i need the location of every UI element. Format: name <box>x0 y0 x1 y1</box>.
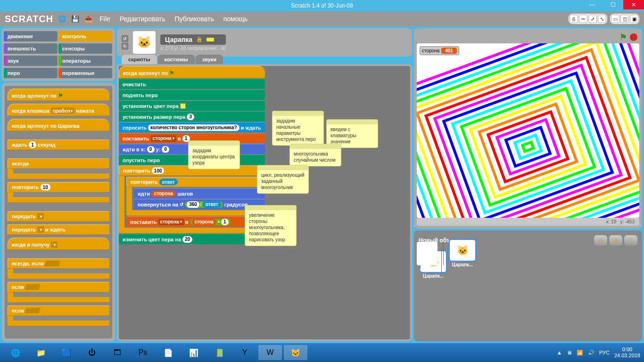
palette-hat-key[interactable]: когда клавишапробелнажата <box>8 104 109 116</box>
stage-thumbnail[interactable] <box>417 242 438 258</box>
variable-monitor[interactable]: сторона 401 <box>420 46 459 55</box>
blk-setcolor[interactable]: установить цвет пера <box>119 100 265 111</box>
palette-forever[interactable]: всегда <box>8 158 109 179</box>
blk-repeat-outer[interactable]: повторить100 повторитьответ идтисторонаш… <box>119 165 265 233</box>
cat-variables[interactable]: переменные <box>59 68 112 78</box>
sprite-thumb-1[interactable]: 🐱 <box>450 240 475 261</box>
titlebar: Scratch 1.4 of 30-Jun-09 — ☐ ✕ <box>0 0 644 11</box>
view-small[interactable]: ▭ <box>611 15 619 23</box>
tab-costumes[interactable]: костюмы <box>158 55 195 64</box>
globe-icon[interactable]: 🌐 <box>57 14 66 24</box>
cat-motion[interactable]: движение <box>5 31 58 41</box>
blk-hat[interactable]: когда щелкнут по ⚑ <box>119 66 265 78</box>
task-explorer[interactable]: 📁 <box>29 345 53 360</box>
scratch-logo: SCRATCH <box>5 14 53 25</box>
cat-operators[interactable]: операторы <box>59 56 112 66</box>
sprite-prev[interactable]: ↺ <box>122 35 128 42</box>
minimize-button[interactable]: — <box>582 0 603 9</box>
cat-sensing[interactable]: сенсоры <box>59 43 112 54</box>
comment-1[interactable]: зададим начальные параметры инструмента … <box>272 111 324 146</box>
surprise-sprite-button[interactable]: ? <box>624 235 637 246</box>
tool-stamp[interactable]: ⎙ <box>570 15 578 23</box>
menu-edit[interactable]: Редактировать <box>117 13 168 25</box>
task-ps[interactable]: Ps <box>131 345 155 360</box>
palette-hat-flag[interactable]: когда щелкнут по ⚑ <box>8 89 109 101</box>
palette-hat-sprite[interactable]: когда щелкнут по Царапка <box>8 119 109 131</box>
comment-6[interactable]: увеличение стороны многоугольника, позво… <box>245 205 297 246</box>
stage-label: Сцена <box>420 260 435 265</box>
draggable-toggle[interactable] <box>206 38 214 41</box>
blk-clear[interactable]: очистить <box>119 79 265 89</box>
palette-wait[interactable]: ждать1секунд <box>8 140 109 150</box>
sprite-name[interactable]: Царапка <box>165 36 192 43</box>
tray-volume-icon[interactable]: 🔊 <box>588 350 594 356</box>
menu-publish[interactable]: Публиковать <box>172 13 217 25</box>
cat-pen[interactable]: перо <box>5 68 58 78</box>
cat-control[interactable]: контроль <box>59 31 112 41</box>
stage-coords: x: 19 y: -453 <box>417 218 639 226</box>
blk-ask[interactable]: спроситьколичество сторон многоугольника… <box>119 122 265 132</box>
blk-move[interactable]: идтисторонашагов <box>134 188 265 198</box>
tray-lang[interactable]: РУС <box>599 350 610 355</box>
save-icon[interactable]: 💾 <box>70 14 80 24</box>
sprite-next[interactable]: ↻ <box>122 43 128 49</box>
import-sprite-button[interactable]: ★ <box>609 235 622 246</box>
cat-looks[interactable]: внешность <box>5 43 58 54</box>
svg-rect-9 <box>453 81 603 213</box>
tab-scripts[interactable]: скрипты <box>122 55 157 64</box>
blk-chgcolor[interactable]: изменить цвет пера на20 <box>119 234 265 244</box>
task-excel[interactable]: 📗 <box>207 345 231 360</box>
tab-sounds[interactable]: звуки <box>196 55 223 64</box>
sprite-position: x: 273 y: -31 направление: -30 <box>160 46 226 51</box>
comment-4[interactable]: зададим координаты центра узора <box>188 140 240 169</box>
palette-if2[interactable]: если <box>8 305 109 326</box>
task-scratch[interactable]: 🐱 <box>284 345 307 360</box>
tool-cut[interactable]: ✂ <box>579 15 587 23</box>
palette-receive[interactable]: когда я получу <box>8 238 109 250</box>
task-app2[interactable]: 🗔 <box>106 345 129 360</box>
task-app3[interactable]: 📄 <box>157 345 180 360</box>
cat-sound[interactable]: звук <box>5 56 58 66</box>
task-word[interactable]: W <box>258 345 282 360</box>
comment-3[interactable]: многоугольника случайным числом <box>289 144 341 166</box>
maximize-button[interactable]: ☐ <box>603 0 623 9</box>
scripts-area[interactable]: когда щелкнут по ⚑ очистить поднять перо… <box>117 64 412 341</box>
stage-container: ⚑ сторона 401 <box>414 28 642 229</box>
tray-icon2[interactable]: 🖥 <box>567 350 572 355</box>
svg-rect-15 <box>506 127 550 166</box>
menu-help[interactable]: помощь <box>221 13 251 25</box>
palette-broadcast-wait[interactable]: передатьи ждать <box>8 224 109 235</box>
green-flag-button[interactable]: ⚑ <box>619 32 627 42</box>
task-app1[interactable]: 🟦 <box>55 345 78 360</box>
tray-network-icon[interactable]: 📶 <box>577 350 583 356</box>
var-monitor-name: сторона <box>422 48 439 53</box>
tool-shrink[interactable]: ⤡ <box>598 15 606 23</box>
tray-icon[interactable]: ▲ <box>557 350 562 355</box>
share-icon[interactable]: 📤 <box>83 14 93 24</box>
tray-clock[interactable]: 0:00 24.03.2018 <box>614 346 640 359</box>
palette-forever-if[interactable]: всегда, если <box>8 258 109 279</box>
paint-sprite-button[interactable]: ✏ <box>594 235 607 246</box>
palette-if[interactable]: если <box>8 282 109 303</box>
blk-setvar2[interactable]: поставитьсторонавсторона+1 <box>126 216 265 227</box>
menu-file[interactable]: File <box>97 13 113 25</box>
task-yandex[interactable]: Y <box>233 345 256 360</box>
stop-button[interactable] <box>630 33 637 41</box>
blk-setsize[interactable]: установить размер пера3 <box>119 111 265 122</box>
view-medium[interactable]: ◫ <box>620 15 629 23</box>
window-title: Scratch 1.4 of 30-Jun-09 <box>291 2 353 9</box>
palette-broadcast[interactable]: передать <box>8 211 109 222</box>
view-present[interactable]: ▣ <box>630 15 638 23</box>
comment-5[interactable]: цикл, реализующий заданный многоугольник <box>257 165 309 194</box>
var-monitor-value: 401 <box>441 48 457 54</box>
task-ppt[interactable]: 📊 <box>182 345 206 360</box>
task-power[interactable]: ⏻ <box>80 345 104 360</box>
close-button[interactable]: ✕ <box>623 0 644 9</box>
task-ie[interactable]: 🌐 <box>4 345 27 360</box>
blk-penup[interactable]: поднять перо <box>119 90 265 100</box>
blk-repeat-inner[interactable]: повторитьответ идтисторонашагов повернут… <box>126 177 265 216</box>
lock-icon[interactable]: 🔒 <box>196 36 203 42</box>
tool-grow[interactable]: ⤢ <box>588 15 597 23</box>
palette-repeat[interactable]: повторить10 <box>8 182 109 203</box>
stage[interactable]: сторона 401 <box>417 43 639 218</box>
